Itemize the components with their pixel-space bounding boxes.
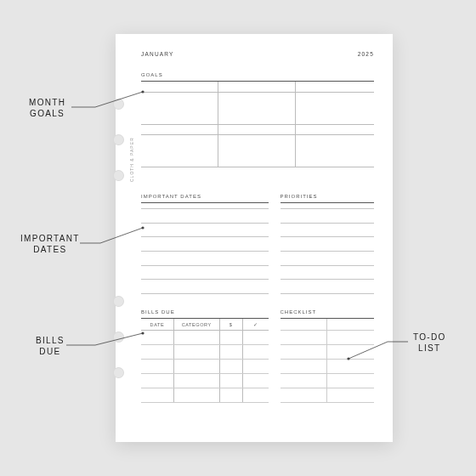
binder-hole [113, 134, 124, 145]
month-label: JANUARY [141, 51, 174, 57]
bills-col-amount: $ [220, 319, 243, 330]
checklist-grid [280, 318, 375, 403]
bills-col-date: DATE [141, 319, 174, 330]
binder-hole [113, 332, 124, 343]
year-label: 2025 [358, 51, 374, 57]
bills-col-check: ✓ [243, 319, 269, 330]
callout-bills-due: BILLS DUE [36, 335, 65, 357]
binder-hole [113, 296, 124, 307]
goals-grid [141, 82, 374, 177]
callout-month-goals: MONTH GOALS [29, 97, 65, 119]
binder-hole [113, 367, 124, 378]
important-dates-lines [141, 203, 269, 294]
priorities-title: PRIORITIES [280, 194, 375, 199]
important-dates-title: IMPORTANT DATES [141, 194, 269, 199]
bills-table: DATE CATEGORY $ ✓ [141, 318, 269, 403]
priorities-lines [280, 203, 375, 294]
planner-page: JANUARY 2025 GOALS IMPORTANT DATES [116, 34, 393, 442]
table-row [141, 345, 269, 360]
binder-hole [113, 99, 124, 110]
table-row [141, 374, 269, 388]
brand-label: CLOTH & PAPER [129, 137, 134, 182]
binder-hole [113, 170, 124, 181]
callout-important-dates: IMPORTANT DATES [20, 233, 80, 255]
bills-col-category: CATEGORY [174, 319, 220, 330]
bills-due-title: BILLS DUE [141, 309, 269, 314]
table-row [141, 360, 269, 374]
goals-title: GOALS [141, 72, 374, 77]
table-row [141, 388, 269, 403]
callout-todo: TO-DO LIST [413, 332, 446, 354]
checklist-title: CHECKLIST [280, 309, 375, 314]
table-row [141, 331, 269, 345]
